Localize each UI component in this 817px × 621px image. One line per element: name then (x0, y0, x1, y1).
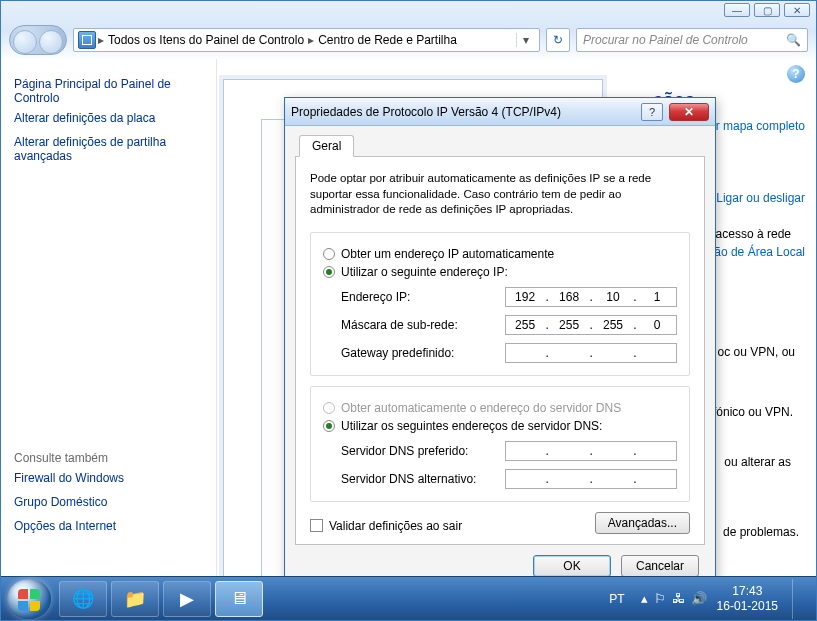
radio-label: Utilizar os seguintes endereços de servi… (341, 419, 602, 433)
ip-octet[interactable]: 255 (506, 318, 544, 332)
help-icon[interactable]: ? (787, 65, 805, 83)
nav-back-forward[interactable] (9, 25, 67, 55)
search-icon[interactable]: 🔍 (786, 33, 801, 47)
field-dns-preferred: Servidor DNS preferido: . . . (341, 441, 677, 461)
see-also-homegroup[interactable]: Grupo Doméstico (14, 495, 204, 509)
dialog-body: Geral Pode optar por atribuir automatica… (285, 126, 715, 589)
main-content: ? ções Ver mapa completo Ligar ou deslig… (216, 59, 815, 576)
link-connect-disconnect[interactable]: Ligar ou desligar (716, 191, 805, 205)
ip-octet[interactable]: 192 (506, 290, 544, 304)
tab-general[interactable]: Geral (299, 135, 354, 157)
advanced-button[interactable]: Avançadas... (595, 512, 690, 534)
cancel-button[interactable]: Cancelar (621, 555, 699, 577)
refresh-button[interactable]: ↻ (546, 28, 570, 52)
tab-panel-general: Pode optar por atribuir automaticamente … (295, 157, 705, 545)
tray-volume-icon[interactable]: 🔊 (691, 591, 707, 606)
checkbox-label: Validar definições ao sair (329, 519, 462, 533)
sidebar-link-adapter[interactable]: Alterar definições da placa (14, 111, 204, 125)
ip-octet[interactable]: 255 (594, 318, 632, 332)
dialog-help-button[interactable]: ? (641, 103, 663, 121)
taskbar-clock[interactable]: 17:43 16-01-2015 (717, 584, 778, 613)
tcpip-properties-dialog: Propriedades de Protocolo IP Versão 4 (T… (284, 97, 716, 590)
sidebar-link-sharing[interactable]: Alterar definições de partilha avançadas (14, 135, 204, 163)
text-fragment: ou alterar as (724, 455, 791, 469)
subnet-mask-label: Máscara de sub-rede: (341, 318, 505, 332)
ip-address-input[interactable]: 192. 168. 10. 1 (505, 287, 677, 307)
window-titlebar: — ▢ ✕ (1, 1, 816, 21)
show-desktop-button[interactable] (792, 579, 804, 619)
start-button[interactable] (7, 579, 51, 619)
checkbox-icon (310, 519, 323, 532)
breadcrumb-bar[interactable]: ▸ Todos os Itens do Painel de Controlo ▸… (73, 28, 540, 52)
tray-icons[interactable]: ▴ ⚐ 🖧 🔊 (641, 591, 707, 606)
tray-chevron-icon[interactable]: ▴ (641, 591, 648, 606)
radio-label: Obter automaticamente o endereço do serv… (341, 401, 621, 415)
gateway-input[interactable]: . . . (505, 343, 677, 363)
field-dns-alternate: Servidor DNS alternativo: . . . (341, 469, 677, 489)
ip-octet[interactable]: 255 (550, 318, 588, 332)
radio-icon (323, 266, 335, 278)
ip-octet[interactable]: 1 (638, 290, 676, 304)
window-body: Página Principal do Painel de Controlo A… (2, 59, 815, 576)
close-button[interactable]: ✕ (784, 3, 810, 17)
address-toolbar: ▸ Todos os Itens do Painel de Controlo ▸… (1, 21, 816, 63)
ip-settings-group: Obter um endereço IP automaticamente Uti… (310, 232, 690, 376)
taskbar: 🌐 📁 ▶ 🖥 PT ▴ ⚐ 🖧 🔊 17:43 16-01-2015 (1, 576, 816, 620)
dialog-button-row: OK Cancelar (295, 545, 705, 577)
radio-icon (323, 248, 335, 260)
dialog-close-button[interactable]: ✕ (669, 103, 709, 121)
radio-ip-manual[interactable]: Utilizar o seguinte endereço IP: (323, 265, 677, 279)
link-local-area[interactable]: ão de Área Local (714, 245, 805, 259)
ip-octet[interactable]: 168 (550, 290, 588, 304)
subnet-mask-input[interactable]: 255. 255. 255. 0 (505, 315, 677, 335)
field-ip-address: Endereço IP: 192. 168. 10. 1 (341, 287, 677, 307)
tray-flag-icon[interactable]: ⚐ (654, 591, 666, 606)
search-input[interactable]: Procurar no Painel de Controlo 🔍 (576, 28, 808, 52)
sidebar: Página Principal do Painel de Controlo A… (2, 59, 216, 576)
radio-ip-auto[interactable]: Obter um endereço IP automaticamente (323, 247, 677, 261)
radio-label: Utilizar o seguinte endereço IP: (341, 265, 508, 279)
checkbox-validate-on-exit[interactable]: Validar definições ao sair (310, 518, 462, 534)
taskbar-explorer-icon[interactable]: 📁 (111, 581, 159, 617)
see-also-firewall[interactable]: Firewall do Windows (14, 471, 204, 485)
text-fragment: fónico ou VPN. (713, 405, 793, 419)
breadcrumb-dropdown-icon[interactable]: ▾ (516, 33, 535, 47)
ok-button[interactable]: OK (533, 555, 611, 577)
dns-preferred-input[interactable]: . . . (505, 441, 677, 461)
clock-date: 16-01-2015 (717, 599, 778, 613)
text-fragment: acesso à rede (716, 227, 791, 241)
radio-icon (323, 402, 335, 414)
minimize-button[interactable]: — (724, 3, 750, 17)
dns-settings-group: Obter automaticamente o endereço do serv… (310, 386, 690, 502)
radio-icon (323, 420, 335, 432)
radio-dns-auto: Obter automaticamente o endereço do serv… (323, 401, 677, 415)
system-tray: PT ▴ ⚐ 🖧 🔊 17:43 16-01-2015 (603, 579, 810, 619)
radio-dns-manual[interactable]: Utilizar os seguintes endereços de servi… (323, 419, 677, 433)
sidebar-title[interactable]: Página Principal do Painel de Controlo (14, 77, 204, 105)
dns-preferred-label: Servidor DNS preferido: (341, 444, 505, 458)
dialog-tabs: Geral (295, 134, 705, 157)
see-also-internet-options[interactable]: Opções da Internet (14, 519, 204, 533)
control-panel-icon (78, 31, 96, 49)
validate-and-advanced-row: Validar definições ao sair Avançadas... (310, 512, 690, 534)
ip-octet[interactable]: 0 (638, 318, 676, 332)
maximize-button[interactable]: ▢ (754, 3, 780, 17)
taskbar-media-icon[interactable]: ▶ (163, 581, 211, 617)
link-view-full-map[interactable]: Ver mapa completo (702, 119, 805, 133)
field-default-gateway: Gateway predefinido: . . . (341, 343, 677, 363)
dialog-description: Pode optar por atribuir automaticamente … (310, 171, 690, 218)
tray-network-icon[interactable]: 🖧 (672, 591, 685, 606)
field-subnet-mask: Máscara de sub-rede: 255. 255. 255. 0 (341, 315, 677, 335)
dns-alternate-input[interactable]: . . . (505, 469, 677, 489)
taskbar-ie-icon[interactable]: 🌐 (59, 581, 107, 617)
breadcrumb-current[interactable]: Centro de Rede e Partilha (314, 33, 461, 47)
ip-address-label: Endereço IP: (341, 290, 505, 304)
language-indicator[interactable]: PT (603, 590, 630, 608)
ip-octet[interactable]: 10 (594, 290, 632, 304)
dialog-titlebar[interactable]: Propriedades de Protocolo IP Versão 4 (T… (285, 98, 715, 126)
text-fragment: oc ou VPN, ou (718, 345, 795, 359)
breadcrumb-root[interactable]: Todos os Itens do Painel de Controlo (104, 33, 308, 47)
dialog-title: Propriedades de Protocolo IP Versão 4 (T… (291, 105, 637, 119)
dns-alternate-label: Servidor DNS alternativo: (341, 472, 505, 486)
taskbar-app-icon[interactable]: 🖥 (215, 581, 263, 617)
